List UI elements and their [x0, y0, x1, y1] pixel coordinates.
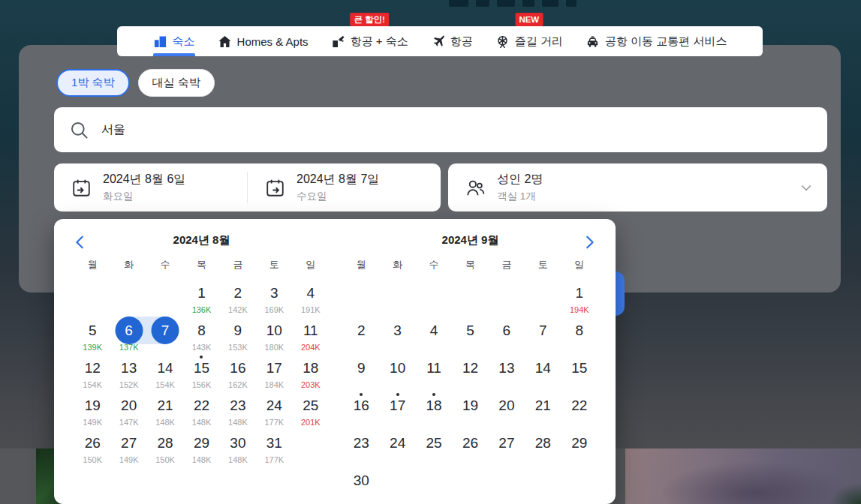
chip-label: 1박 숙박 [71, 76, 115, 90]
calendar-day[interactable]: 23148K [220, 394, 256, 432]
empty-day-cell [110, 282, 146, 320]
nav-tab-3[interactable]: 항공 [431, 26, 473, 56]
day-number: 18 [293, 358, 329, 378]
calendar-day[interactable]: 7 [525, 320, 561, 357]
occupancy-field[interactable]: 성인 2명 객실 1개 [448, 164, 827, 212]
calendar-day[interactable]: 22 [561, 394, 598, 432]
calendar-day[interactable]: 3 [379, 320, 415, 357]
nav-tab-4[interactable]: 즐길 거리NEW [495, 26, 563, 56]
stay-type-chip-0[interactable]: 1박 숙박 [56, 69, 130, 97]
calendar-day[interactable]: 25 [416, 432, 452, 470]
calendar-day[interactable]: 14 [525, 357, 561, 394]
nav-tab-0[interactable]: 숙소 [153, 26, 195, 56]
promo-badge: 큰 할인! [350, 13, 389, 26]
nav-tab-5[interactable]: 공항 이동 교통편 서비스 [586, 26, 727, 56]
calendar-day[interactable]: 17184K [256, 357, 292, 394]
day-number: 27 [110, 434, 146, 453]
calendar-day[interactable]: 6 [489, 320, 525, 357]
checkout-field[interactable]: 2024년 8월 7일 수요일 [248, 164, 441, 212]
calendar-day[interactable]: 26 [452, 432, 488, 470]
calendar-day[interactable]: 7 [147, 320, 183, 357]
calendar-day[interactable]: 25201K [293, 394, 329, 432]
calendar-day[interactable]: 2 [343, 320, 379, 357]
calendar-day[interactable]: 16162K [220, 357, 256, 394]
day-number: 7 [525, 321, 561, 340]
calendar-day[interactable]: 24177K [256, 394, 292, 432]
buildings-icon [153, 34, 167, 49]
calendar-day[interactable]: 16 [343, 394, 379, 432]
calendar-day[interactable]: 8 [561, 320, 598, 357]
calendar-day[interactable]: 27 [489, 432, 525, 470]
calendar-day[interactable]: 15156K [183, 357, 219, 394]
calendar-day[interactable]: 28150K [147, 432, 183, 470]
calendar-day[interactable]: 20147K [110, 394, 146, 432]
day-number: 25 [293, 396, 329, 416]
calendar-day[interactable]: 13152K [110, 357, 146, 394]
calendar-day[interactable]: 27149K [110, 432, 146, 470]
calendar-day[interactable]: 17 [379, 394, 415, 432]
calendar-day[interactable]: 9 [343, 357, 379, 394]
calendar-day[interactable]: 30 [343, 470, 379, 504]
calendar-day[interactable]: 23 [343, 432, 379, 470]
day-price: 177K [256, 455, 292, 465]
calendar-day[interactable]: 1136K [183, 282, 219, 320]
stay-type-chip-1[interactable]: 대실 숙박 [138, 69, 215, 97]
calendar-day[interactable]: 11 [416, 357, 452, 394]
day-number: 24 [256, 396, 292, 416]
calendar-day[interactable]: 6137K [110, 320, 146, 357]
nav-tab-label: 즐길 거리 [515, 34, 563, 49]
nav-tab-label: Homes & Apts [237, 35, 309, 48]
calendar-day[interactable]: 19149K [74, 394, 110, 432]
calendar-week-row: 16171819202122 [343, 394, 598, 432]
day-number: 9 [343, 358, 379, 378]
calendar-day[interactable]: 28 [525, 432, 561, 470]
calendar-day[interactable]: 31177K [256, 432, 292, 470]
calendar-day[interactable]: 12 [452, 357, 488, 394]
calendar-day[interactable]: 4 [416, 320, 452, 357]
calendar-day[interactable]: 19 [452, 394, 488, 432]
ferris-wheel-icon [495, 34, 510, 49]
day-number: 1 [183, 284, 219, 303]
weekday-label: 월 [74, 256, 110, 273]
calendar-day[interactable]: 29148K [183, 432, 219, 470]
calendar-day[interactable]: 1194K [561, 282, 598, 320]
calendar-day[interactable]: 12154K [74, 357, 110, 394]
stay-type-toggle: 1박 숙박대실 숙박 [56, 69, 215, 97]
calendar-day[interactable]: 3169K [256, 282, 292, 320]
calendar-day[interactable]: 5139K [74, 320, 110, 357]
calendar-day[interactable]: 2142K [220, 282, 256, 320]
calendar-day[interactable]: 4191K [293, 282, 329, 320]
occupancy-rooms: 객실 1개 [497, 190, 543, 203]
occupancy-adults: 성인 2명 [497, 172, 543, 188]
calendar-day[interactable]: 18 [416, 394, 452, 432]
calendar-day[interactable]: 24 [379, 432, 415, 470]
calendar-day[interactable]: 13 [489, 357, 525, 394]
calendar-day[interactable]: 30148K [220, 432, 256, 470]
calendar-day[interactable]: 21148K [147, 394, 183, 432]
checkin-field[interactable]: 2024년 8월 6일 화요일 [54, 164, 247, 212]
nav-tab-2[interactable]: 항공 + 숙소큰 할인! [331, 26, 408, 56]
nav-tab-1[interactable]: Homes & Apts [218, 26, 309, 56]
calendar-checkin-icon [71, 177, 92, 199]
day-number: 31 [256, 434, 292, 453]
calendar-day[interactable]: 20 [489, 394, 525, 432]
calendar-day[interactable]: 10 [379, 357, 415, 394]
calendar-day[interactable]: 9153K [220, 320, 256, 357]
calendar-day[interactable]: 26150K [74, 432, 110, 470]
calendar-day[interactable]: 18203K [293, 357, 329, 394]
calendar-day[interactable]: 22148K [183, 394, 219, 432]
calendar-day[interactable]: 15 [561, 357, 598, 394]
calendar-day[interactable]: 11204K [293, 320, 329, 357]
destination-search-field[interactable]: 서울 [54, 107, 827, 152]
calendar-day[interactable]: 14154K [147, 357, 183, 394]
day-price: 191K [293, 305, 329, 315]
day-number: 19 [452, 396, 488, 416]
calendar-day[interactable]: 5 [452, 320, 488, 357]
cutoff-heading-fragment [542, 0, 558, 7]
day-price: 136K [183, 305, 219, 315]
calendar-day[interactable]: 8143K [183, 320, 219, 357]
weekday-label: 월 [343, 256, 379, 273]
calendar-day[interactable]: 29 [561, 432, 598, 470]
calendar-day[interactable]: 10180K [256, 320, 292, 357]
calendar-day[interactable]: 21 [525, 394, 561, 432]
